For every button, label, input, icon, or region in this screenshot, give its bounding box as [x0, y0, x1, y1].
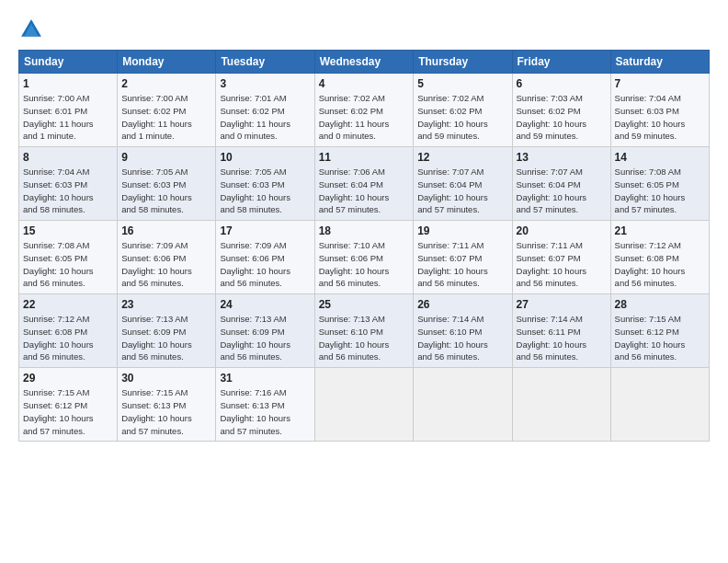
page: SundayMondayTuesdayWednesdayThursdayFrid… [0, 0, 728, 451]
week-row-4: 22Sunrise: 7:12 AM Sunset: 6:08 PM Dayli… [19, 294, 710, 368]
day-number: 31 [220, 372, 310, 385]
day-cell-5: 5Sunrise: 7:02 AM Sunset: 6:02 PM Daylig… [414, 74, 512, 147]
empty-cell [512, 368, 610, 442]
day-cell-4: 4Sunrise: 7:02 AM Sunset: 6:02 PM Daylig… [314, 74, 414, 147]
day-cell-25: 25Sunrise: 7:13 AM Sunset: 6:10 PM Dayli… [314, 294, 414, 368]
day-info: Sunrise: 7:14 AM Sunset: 6:10 PM Dayligh… [417, 313, 507, 363]
day-info: Sunrise: 7:00 AM Sunset: 6:01 PM Dayligh… [23, 92, 113, 143]
day-info: Sunrise: 7:02 AM Sunset: 6:02 PM Dayligh… [417, 92, 507, 143]
day-number: 29 [23, 372, 113, 385]
header-cell-monday: Monday [118, 51, 216, 74]
day-cell-30: 30Sunrise: 7:15 AM Sunset: 6:13 PM Dayli… [118, 368, 216, 442]
day-number: 19 [417, 224, 507, 237]
day-info: Sunrise: 7:08 AM Sunset: 6:05 PM Dayligh… [615, 166, 705, 216]
day-number: 10 [220, 151, 310, 164]
week-row-5: 29Sunrise: 7:15 AM Sunset: 6:12 PM Dayli… [19, 368, 710, 442]
day-number: 22 [23, 298, 113, 311]
day-info: Sunrise: 7:09 AM Sunset: 6:06 PM Dayligh… [220, 239, 310, 290]
day-cell-7: 7Sunrise: 7:04 AM Sunset: 6:03 PM Daylig… [610, 74, 709, 147]
day-info: Sunrise: 7:12 AM Sunset: 6:08 PM Dayligh… [23, 313, 113, 363]
day-cell-18: 18Sunrise: 7:10 AM Sunset: 6:06 PM Dayli… [314, 221, 414, 294]
day-info: Sunrise: 7:13 AM Sunset: 6:09 PM Dayligh… [121, 313, 211, 363]
logo-icon [18, 17, 44, 42]
day-number: 11 [319, 151, 410, 164]
day-number: 15 [23, 224, 113, 237]
day-cell-11: 11Sunrise: 7:06 AM Sunset: 6:04 PM Dayli… [314, 147, 414, 221]
day-number: 18 [319, 224, 410, 237]
day-info: Sunrise: 7:11 AM Sunset: 6:07 PM Dayligh… [417, 239, 507, 290]
day-info: Sunrise: 7:07 AM Sunset: 6:04 PM Dayligh… [517, 166, 607, 216]
day-cell-31: 31Sunrise: 7:16 AM Sunset: 6:13 PM Dayli… [216, 368, 314, 442]
day-cell-19: 19Sunrise: 7:11 AM Sunset: 6:07 PM Dayli… [414, 221, 512, 294]
day-info: Sunrise: 7:02 AM Sunset: 6:02 PM Dayligh… [319, 92, 410, 143]
day-info: Sunrise: 7:15 AM Sunset: 6:12 PM Dayligh… [23, 386, 113, 437]
day-number: 13 [517, 151, 607, 164]
day-info: Sunrise: 7:01 AM Sunset: 6:02 PM Dayligh… [220, 92, 310, 143]
day-cell-12: 12Sunrise: 7:07 AM Sunset: 6:04 PM Dayli… [414, 147, 512, 221]
day-number: 6 [517, 77, 607, 90]
day-number: 28 [615, 298, 705, 311]
header-cell-friday: Friday [512, 51, 610, 74]
day-number: 1 [23, 77, 113, 90]
day-number: 26 [417, 298, 507, 311]
week-row-1: 1Sunrise: 7:00 AM Sunset: 6:01 PM Daylig… [19, 74, 710, 147]
day-info: Sunrise: 7:07 AM Sunset: 6:04 PM Dayligh… [417, 166, 507, 216]
header-cell-tuesday: Tuesday [216, 51, 314, 74]
day-number: 16 [121, 224, 211, 237]
day-info: Sunrise: 7:08 AM Sunset: 6:05 PM Dayligh… [23, 239, 113, 290]
header-row: SundayMondayTuesdayWednesdayThursdayFrid… [19, 51, 710, 74]
day-info: Sunrise: 7:13 AM Sunset: 6:09 PM Dayligh… [220, 313, 310, 363]
empty-cell [610, 368, 709, 442]
day-info: Sunrise: 7:06 AM Sunset: 6:04 PM Dayligh… [319, 166, 410, 216]
calendar-body: 1Sunrise: 7:00 AM Sunset: 6:01 PM Daylig… [19, 74, 710, 442]
day-info: Sunrise: 7:15 AM Sunset: 6:13 PM Dayligh… [121, 386, 211, 437]
day-number: 12 [417, 151, 507, 164]
day-cell-28: 28Sunrise: 7:15 AM Sunset: 6:12 PM Dayli… [610, 294, 709, 368]
empty-cell [314, 368, 414, 442]
empty-cell [414, 368, 512, 442]
day-info: Sunrise: 7:00 AM Sunset: 6:02 PM Dayligh… [121, 92, 211, 143]
day-cell-14: 14Sunrise: 7:08 AM Sunset: 6:05 PM Dayli… [610, 147, 709, 221]
header-cell-wednesday: Wednesday [314, 51, 414, 74]
day-number: 25 [319, 298, 410, 311]
day-number: 27 [517, 298, 607, 311]
day-cell-15: 15Sunrise: 7:08 AM Sunset: 6:05 PM Dayli… [19, 221, 118, 294]
day-cell-13: 13Sunrise: 7:07 AM Sunset: 6:04 PM Dayli… [512, 147, 610, 221]
day-info: Sunrise: 7:12 AM Sunset: 6:08 PM Dayligh… [615, 239, 705, 290]
day-info: Sunrise: 7:15 AM Sunset: 6:12 PM Dayligh… [615, 313, 705, 363]
header [18, 17, 710, 42]
day-info: Sunrise: 7:13 AM Sunset: 6:10 PM Dayligh… [319, 313, 410, 363]
day-number: 23 [121, 298, 211, 311]
calendar-header: SundayMondayTuesdayWednesdayThursdayFrid… [19, 51, 710, 74]
day-number: 4 [319, 77, 410, 90]
day-number: 20 [517, 224, 607, 237]
day-number: 7 [615, 77, 705, 90]
header-cell-sunday: Sunday [19, 51, 118, 74]
day-cell-22: 22Sunrise: 7:12 AM Sunset: 6:08 PM Dayli… [19, 294, 118, 368]
day-info: Sunrise: 7:05 AM Sunset: 6:03 PM Dayligh… [220, 166, 310, 216]
day-info: Sunrise: 7:05 AM Sunset: 6:03 PM Dayligh… [121, 166, 211, 216]
day-info: Sunrise: 7:14 AM Sunset: 6:11 PM Dayligh… [517, 313, 607, 363]
day-info: Sunrise: 7:10 AM Sunset: 6:06 PM Dayligh… [319, 239, 410, 290]
day-info: Sunrise: 7:03 AM Sunset: 6:02 PM Dayligh… [517, 92, 607, 143]
week-row-3: 15Sunrise: 7:08 AM Sunset: 6:05 PM Dayli… [19, 221, 710, 294]
day-cell-16: 16Sunrise: 7:09 AM Sunset: 6:06 PM Dayli… [118, 221, 216, 294]
day-cell-3: 3Sunrise: 7:01 AM Sunset: 6:02 PM Daylig… [216, 74, 314, 147]
day-number: 3 [220, 77, 310, 90]
day-number: 5 [417, 77, 507, 90]
day-cell-1: 1Sunrise: 7:00 AM Sunset: 6:01 PM Daylig… [19, 74, 118, 147]
day-info: Sunrise: 7:11 AM Sunset: 6:07 PM Dayligh… [517, 239, 607, 290]
day-info: Sunrise: 7:16 AM Sunset: 6:13 PM Dayligh… [220, 386, 310, 437]
day-cell-6: 6Sunrise: 7:03 AM Sunset: 6:02 PM Daylig… [512, 74, 610, 147]
calendar-table: SundayMondayTuesdayWednesdayThursdayFrid… [18, 50, 710, 442]
header-cell-saturday: Saturday [610, 51, 709, 74]
day-cell-21: 21Sunrise: 7:12 AM Sunset: 6:08 PM Dayli… [610, 221, 709, 294]
week-row-2: 8Sunrise: 7:04 AM Sunset: 6:03 PM Daylig… [19, 147, 710, 221]
day-info: Sunrise: 7:04 AM Sunset: 6:03 PM Dayligh… [615, 92, 705, 143]
day-cell-24: 24Sunrise: 7:13 AM Sunset: 6:09 PM Dayli… [216, 294, 314, 368]
day-cell-10: 10Sunrise: 7:05 AM Sunset: 6:03 PM Dayli… [216, 147, 314, 221]
day-info: Sunrise: 7:04 AM Sunset: 6:03 PM Dayligh… [23, 166, 113, 216]
logo [18, 17, 48, 42]
header-cell-thursday: Thursday [414, 51, 512, 74]
day-cell-29: 29Sunrise: 7:15 AM Sunset: 6:12 PM Dayli… [19, 368, 118, 442]
